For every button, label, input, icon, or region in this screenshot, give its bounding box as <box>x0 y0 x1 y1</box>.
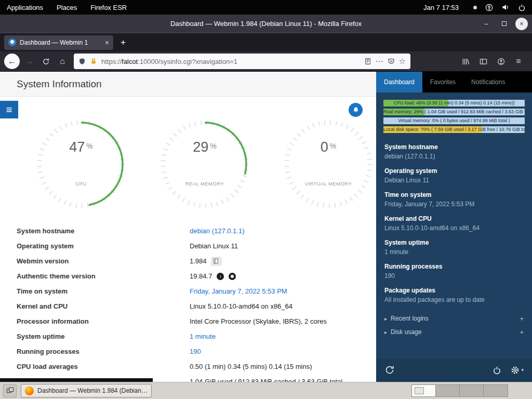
maximize-button[interactable] <box>498 18 510 30</box>
window-list-button[interactable]: Dashboard — Webmin 1.984 (Debian Linux 1… <box>21 384 152 397</box>
table-row: Authentic theme version 19.84.7 i <box>0 269 376 284</box>
menu-hamburger-icon[interactable]: ≡ <box>511 54 526 69</box>
bookmark-star-icon[interactable]: ☆ <box>399 57 406 66</box>
workspace-3[interactable] <box>460 385 484 396</box>
gnome-taskbar: Dashboard — Webmin 1.984 (Debian Linux 1… <box>0 382 532 399</box>
home-button[interactable]: ⌂ <box>55 54 70 69</box>
windows-icon <box>6 387 14 394</box>
sidebar-tabs: Dashboard Favorites Notifications <box>376 72 532 92</box>
logout-button[interactable] <box>493 366 501 375</box>
places-menu[interactable]: Places <box>50 0 84 15</box>
sidebar-meters: CPU load: 46% (0.50 (1 min) 0.34 (5 mins… <box>376 92 532 137</box>
notifications-bell-button[interactable] <box>349 103 363 117</box>
list-item: Operating system Debian Linux 11 <box>384 167 524 184</box>
processes-link[interactable]: 190 <box>190 348 201 355</box>
expand-plus-icon[interactable]: + <box>520 328 524 336</box>
browser-tab-bar: Dashboard — Webmin 1 × + <box>0 33 532 51</box>
table-row: CPU load averages 0.50 (1 min) 0.34 (5 m… <box>0 359 376 374</box>
applications-menu[interactable]: Applications <box>0 0 50 15</box>
tracking-shield-icon[interactable] <box>78 58 86 65</box>
cpu-load-meter[interactable]: CPU load: 46% (0.50 (1 min) 0.34 (5 mins… <box>383 100 525 107</box>
window-titlebar[interactable]: Dashboard — Webmin 1.984 (Debian Linux 1… <box>0 15 532 33</box>
library-icon[interactable] <box>458 54 473 69</box>
system-info-table: System hostname debian (127.0.1.1) Opera… <box>0 223 376 382</box>
reader-mode-icon[interactable] <box>364 58 371 65</box>
new-tab-button[interactable]: + <box>116 36 130 49</box>
webmin-sidebar: Dashboard Favorites Notifications CPU lo… <box>376 72 532 382</box>
clipped-dark-strip <box>0 378 153 382</box>
theme-info-icon[interactable]: i <box>217 273 224 280</box>
show-desktop-button[interactable] <box>3 384 17 397</box>
time-link[interactable]: Friday, January 7, 2022 5:53 PM <box>190 287 287 295</box>
disk-space-meter[interactable]: Local disk space: 70% ( 7.59 GiB used / … <box>383 126 525 133</box>
page-title: System Information <box>17 78 102 90</box>
disk-usage-toggle[interactable]: ▸ Disk usage + <box>384 325 524 339</box>
close-button[interactable]: × <box>515 18 528 30</box>
volume-icon[interactable] <box>501 3 510 11</box>
firefox-esr-menu[interactable]: Firefox ESR <box>84 0 134 15</box>
table-row: Time on system Friday, January 7, 2022 5… <box>0 284 376 299</box>
logout-power-icon <box>493 366 501 375</box>
tab-notifications[interactable]: Notifications <box>463 72 513 92</box>
back-button[interactable]: ← <box>4 54 20 69</box>
account-icon[interactable] <box>494 54 508 69</box>
tab-title: Dashboard — Webmin 1 <box>20 39 101 46</box>
cpu-gauge: 47% CPU <box>36 119 126 209</box>
real-memory-gauge: 29% REAL MEMORY <box>160 119 249 209</box>
sidebar-collapsibles: ▸ Recent logins + ▸ Disk usage + <box>376 311 532 339</box>
status-tray <box>464 3 532 11</box>
expand-plus-icon[interactable]: + <box>520 315 524 323</box>
real-memory-meter[interactable]: Real memory: 29% ( 1.04 GiB used / 912.8… <box>383 109 525 115</box>
workspace-4[interactable] <box>484 385 508 396</box>
accessibility-icon[interactable] <box>485 4 493 11</box>
webmin-favicon <box>8 38 16 46</box>
gnome-top-bar: Applications Places Firefox ESR Jan 7 17… <box>0 0 532 15</box>
tab-favorites[interactable]: Favorites <box>422 72 463 92</box>
settings-button[interactable]: ▾ <box>511 366 524 375</box>
desktop: Applications Places Firefox ESR Jan 7 17… <box>0 0 532 399</box>
virtual-memory-meter[interactable]: Virtual memory: 0% ( 0 bytes used / 974.… <box>383 117 525 124</box>
webmin-changelog-icon[interactable] <box>211 257 221 265</box>
url-bar[interactable]: https://falcot:10000/sysinfo.cgi?xnaviga… <box>74 54 410 69</box>
power-icon[interactable] <box>518 4 526 11</box>
minimize-button[interactable]: – <box>480 18 493 30</box>
gauge-value: 0% <box>284 139 373 155</box>
refresh-icon <box>384 365 395 375</box>
reload-button[interactable] <box>38 54 53 69</box>
sidebar-toggle-button[interactable]: ≡ <box>0 101 18 118</box>
sidebar-footer: ▾ <box>376 357 532 382</box>
pocket-icon[interactable] <box>388 58 395 65</box>
table-row: Webmin version 1.984 <box>0 254 376 269</box>
sidebars-icon[interactable] <box>476 54 490 69</box>
webmin-main: System Information ≡ 47% CPU <box>0 72 376 382</box>
table-row: System uptime 1 minute <box>0 329 376 344</box>
gauge-label: REAL MEMORY <box>160 181 249 187</box>
gauges-row: 47% CPU 29% REAL MEMORY 0% <box>0 119 376 209</box>
lock-warning-icon[interactable] <box>90 58 97 65</box>
forward-button[interactable]: → <box>22 54 36 69</box>
github-icon[interactable] <box>229 273 236 280</box>
list-item: Package updates All installed packages a… <box>384 287 524 303</box>
gear-icon <box>511 366 520 375</box>
uptime-link[interactable]: 1 minute <box>190 332 216 340</box>
page-actions-icon[interactable]: ⋯ <box>376 57 383 66</box>
workspace-switcher <box>411 384 508 397</box>
refresh-button[interactable] <box>384 365 395 375</box>
window-title: Dashboard — Webmin 1.984 (Debian Linux 1… <box>170 20 362 28</box>
recording-dot-icon <box>473 6 477 9</box>
virtual-memory-gauge: 0% VIRTUAL MEMORY <box>284 119 373 209</box>
table-row: Operating system Debian Linux 11 <box>0 238 376 254</box>
recent-logins-toggle[interactable]: ▸ Recent logins + <box>384 312 524 325</box>
browser-tab[interactable]: Dashboard — Webmin 1 × <box>4 35 113 50</box>
tab-close-icon[interactable]: × <box>105 39 109 46</box>
workspace-2[interactable] <box>436 385 460 396</box>
hostname-link[interactable]: debian (127.0.1.1) <box>190 227 245 235</box>
workspace-1[interactable] <box>412 385 436 396</box>
maximize-icon <box>502 21 507 26</box>
list-item: Time on system Friday, January 7, 2022 5… <box>384 191 524 208</box>
table-row: Running processes 190 <box>0 344 376 359</box>
url-text[interactable]: https://falcot:10000/sysinfo.cgi?xnaviga… <box>101 58 360 65</box>
clock[interactable]: Jan 7 17:53 <box>418 4 464 11</box>
list-item: System uptime 1 minute <box>384 239 524 256</box>
tab-dashboard[interactable]: Dashboard <box>376 72 422 92</box>
